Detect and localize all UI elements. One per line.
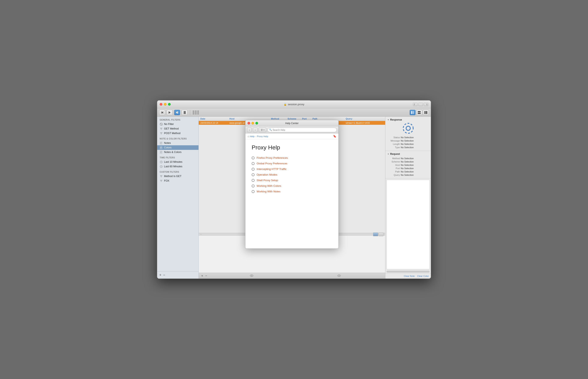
- content-area: Date Host Method Scheme Port Path Query …: [199, 117, 385, 279]
- sidebar-item-no-filter[interactable]: No Filter: [157, 122, 198, 126]
- general-filters-header: GENERAL FILTERS: [157, 117, 198, 122]
- help-link-intercepting[interactable]: Intercepting HTTP Traffic: [257, 168, 286, 171]
- sidebar-item-notes[interactable]: Notes: [157, 141, 198, 145]
- sidebar-toggle-right[interactable]: [424, 103, 428, 106]
- col-host: Host: [228, 117, 269, 120]
- req-path-value: No Selection: [401, 170, 413, 173]
- sidebar-toggle-left[interactable]: [413, 103, 417, 106]
- cell-query: utmwv=1.4&utmn=1415: [344, 122, 385, 124]
- message-label: Message: [387, 140, 400, 142]
- sidebar-toggle-center[interactable]: [418, 103, 423, 106]
- help-zoom[interactable]: [255, 122, 258, 125]
- main-window: 🔒 session.proxy: [157, 100, 431, 279]
- doc-icon-1: [160, 142, 163, 144]
- clear-color-button[interactable]: Clear Color: [417, 275, 429, 277]
- minus-button[interactable]: +: [201, 274, 203, 278]
- help-link-item-1: Global Proxy Preferences: [252, 161, 332, 166]
- clock-icon-1: [160, 160, 163, 163]
- svg-marker-7: [169, 111, 171, 114]
- help-title-bar: Help Center: [245, 120, 338, 126]
- help-forward-button[interactable]: ›: [253, 128, 257, 132]
- breadcrumb-current[interactable]: Proxy Help: [257, 135, 268, 138]
- filter-icon-1: [160, 127, 163, 130]
- view-toggle-2[interactable]: [379, 233, 383, 236]
- toolbar: [157, 108, 431, 117]
- svg-point-52: [338, 275, 339, 276]
- help-link-shell[interactable]: Shell Proxy Setup: [257, 179, 278, 182]
- help-page-title: Proxy Help: [252, 144, 332, 151]
- help-link-global[interactable]: Global Proxy Preferences: [257, 162, 287, 165]
- breadcrumb-home[interactable]: Help: [250, 135, 254, 138]
- sidebar-item-notes-colors[interactable]: Notes & Colors: [157, 150, 198, 154]
- help-link-item-3: Operation Modes: [252, 172, 332, 177]
- req-method-label: Method: [387, 157, 400, 160]
- req-port-row: Port No Selection: [387, 167, 429, 170]
- help-link-firefox[interactable]: Firefox Proxy Preferences: [257, 156, 288, 159]
- length-value: No Selection: [401, 143, 413, 145]
- filter-icon-2: [160, 132, 163, 135]
- note-text-area[interactable]: [387, 180, 429, 269]
- sidebar-item-get-method[interactable]: GET Method: [157, 126, 198, 131]
- toolbar-right: [410, 110, 429, 115]
- svg-rect-10: [178, 111, 178, 113]
- help-link-operation[interactable]: Operation Modes: [257, 173, 277, 176]
- request-section: ▼ Request Method No Selection Scheme No …: [385, 151, 431, 178]
- add-filter-button[interactable]: +: [159, 273, 161, 277]
- link-circle-3: [252, 173, 254, 176]
- help-link-colors[interactable]: Working With Colors: [257, 184, 281, 188]
- play-button[interactable]: [167, 110, 173, 115]
- message-row: Message No Selection: [387, 139, 429, 142]
- sidebar-item-fox[interactable]: FOX: [157, 178, 198, 183]
- sidebar-item-post-method[interactable]: POST Method: [157, 131, 198, 136]
- help-link-notes[interactable]: Working With Notes: [257, 190, 281, 193]
- sidebar-item-last-10[interactable]: Last 10 Minutes: [157, 160, 198, 164]
- svg-rect-16: [426, 111, 427, 114]
- help-minimize[interactable]: [252, 122, 254, 125]
- svg-rect-12: [413, 111, 414, 114]
- link-circle-0: [252, 157, 254, 159]
- sidebar-item-last-60[interactable]: Last 60 Minutes: [157, 164, 198, 169]
- plus-button[interactable]: −: [205, 274, 207, 278]
- note-color-header: NOTE & COLOR FILTERS: [157, 136, 198, 141]
- help-back-button[interactable]: ‹: [247, 128, 252, 132]
- response-section: ▼ Response Status No Selection Message: [385, 117, 431, 151]
- status-value: No Selection: [401, 136, 413, 139]
- help-action-button[interactable]: ▾: [259, 128, 266, 132]
- custom-filters-header: CUSTOM FILTERS: [157, 169, 198, 174]
- type-value: No Selection: [401, 146, 413, 149]
- scrollbar[interactable]: [387, 271, 429, 272]
- sidebar-item-colors[interactable]: Colors: [157, 145, 198, 150]
- req-host-row: Host No Selection: [387, 163, 429, 167]
- request-triangle: ▼: [387, 153, 389, 155]
- minimize-button[interactable]: [164, 103, 167, 106]
- col-scheme: Scheme: [286, 117, 301, 120]
- step-back-button[interactable]: [159, 110, 165, 115]
- help-close[interactable]: [248, 122, 250, 125]
- zoom-button[interactable]: [168, 103, 171, 106]
- svg-line-39: [161, 162, 162, 162]
- bookmark-icon[interactable]: 🔖: [333, 135, 336, 138]
- link-circle-1: [252, 162, 254, 165]
- time-filters-header: TIME FILTERS: [157, 154, 198, 160]
- close-button[interactable]: [160, 103, 162, 106]
- help-search-input[interactable]: [268, 128, 337, 132]
- view-btn-1[interactable]: [410, 110, 415, 115]
- remove-filter-button[interactable]: −: [163, 273, 165, 277]
- window-controls: [413, 103, 428, 106]
- svg-rect-14: [418, 113, 421, 114]
- modal-overlay: Help Center ‹ › ▾: [199, 125, 385, 235]
- clear-note-button[interactable]: Clear Note: [404, 275, 415, 277]
- view-btn-3[interactable]: [423, 110, 429, 115]
- col-date: Date: [199, 117, 228, 120]
- view-toggle-1[interactable]: [373, 233, 378, 236]
- svg-marker-5: [161, 111, 163, 114]
- type-row: Type No Selection: [387, 146, 429, 149]
- sidebar-item-method-get[interactable]: Method Is GET: [157, 174, 198, 178]
- svg-line-18: [160, 123, 162, 125]
- svg-rect-9: [177, 111, 177, 113]
- view-btn-2[interactable]: [416, 110, 422, 115]
- type-label: Type: [387, 146, 400, 149]
- record-button[interactable]: [174, 110, 180, 115]
- svg-rect-4: [427, 103, 427, 105]
- pause-button[interactable]: [182, 110, 188, 115]
